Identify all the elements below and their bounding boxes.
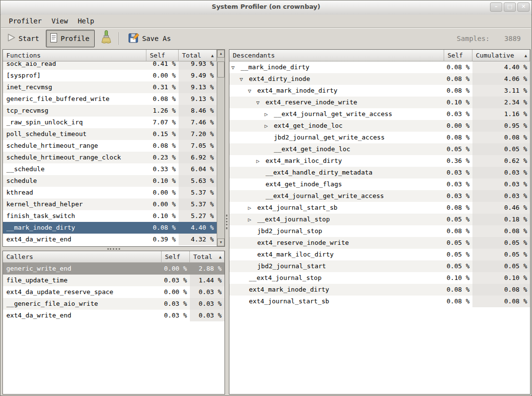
column-header-self[interactable]: Self [162, 251, 190, 263]
expander-icon[interactable]: ▽ [240, 74, 249, 85]
table-row[interactable]: file_update_time0.03 %1.44 % [3, 275, 225, 286]
menu-profiler[interactable]: Profiler [4, 16, 46, 26]
cell-cumulative: 3.11 % [472, 85, 530, 97]
tree-row[interactable]: ext4_mark_iloc_dirty0.05 %0.05 % [229, 249, 530, 260]
function-name: kthread [6, 189, 33, 196]
horizontal-splitter[interactable] [2, 247, 225, 251]
table-row[interactable]: __schedule0.33 %6.04 % [3, 163, 217, 175]
cell-self: 0.03 % [162, 275, 190, 286]
start-button[interactable]: Start [3, 31, 43, 46]
table-row[interactable]: kernel_thread_helper0.00 %5.37 % [3, 198, 217, 210]
cell-cumulative: 0.08 % [472, 225, 530, 237]
cell-cumulative: 0.08 % [472, 132, 530, 143]
maximize-button[interactable]: □ [504, 2, 516, 12]
expander-icon[interactable]: ▷ [265, 109, 274, 120]
column-header-descendants[interactable]: Descendants [229, 50, 444, 61]
cell-cumulative: 4.40 % [472, 61, 530, 73]
table-row[interactable]: poll_schedule_timeout0.15 %7.20 % [3, 128, 217, 140]
scroll-down-button[interactable]: ▼ [217, 238, 225, 246]
descendants-tree: ▽__mark_inode_dirty0.08 %4.40 %▽ext4_dir… [229, 61, 530, 394]
cell-self: 0.03 % [444, 190, 472, 202]
table-row[interactable]: [sysprof]0.00 %9.49 % [3, 70, 217, 81]
tree-row[interactable]: __ext4_handle_dirty_metadata0.03 %0.03 % [229, 167, 530, 178]
column-header-self[interactable]: Self [146, 50, 179, 61]
column-header-cumulative[interactable]: Cumulative ▲ [472, 50, 530, 61]
column-header-functions[interactable]: Functions [3, 50, 146, 61]
tree-row[interactable]: ▷ext4_journal_start_sb0.08 %0.46 % [229, 202, 530, 214]
functions-pane: Functions Self Total ▲ sock_aio_read0.41… [2, 49, 225, 247]
tree-row[interactable]: ▷__ext4_journal_stop0.05 %0.18 % [229, 214, 530, 225]
column-header-self[interactable]: Self [444, 50, 472, 61]
table-row[interactable]: schedule_hrtimeout_range_clock0.23 %6.92… [3, 152, 217, 163]
table-row[interactable]: _raw_spin_unlock_irq7.07 %7.46 % [3, 117, 217, 128]
tree-row[interactable]: jbd2_journal_get_write_access0.08 %0.08 … [229, 132, 530, 143]
tree-row[interactable]: ▽ext4_reserve_inode_write0.10 %2.34 % [229, 97, 530, 108]
tree-row[interactable]: ▷ext4_mark_iloc_dirty0.36 %0.62 % [229, 155, 530, 167]
column-header-callers[interactable]: Callers [3, 251, 162, 263]
table-row[interactable]: ext4_da_update_reserve_space0.00 %0.03 % [3, 286, 225, 298]
tree-row[interactable]: ▽ext4_dirty_inode0.08 %4.06 % [229, 73, 530, 85]
expander-icon[interactable]: ▽ [256, 97, 266, 108]
tree-row[interactable]: ext4_reserve_inode_write0.05 %0.05 % [229, 237, 530, 249]
table-row[interactable]: schedule0.10 %5.63 % [3, 175, 217, 187]
column-header-total[interactable]: Total ▲ [190, 251, 225, 263]
table-row[interactable]: generic_write_end0.00 %2.88 % [3, 263, 225, 275]
profile-toggle-button[interactable]: Profile [46, 30, 95, 47]
table-row[interactable]: __mark_inode_dirty0.08 %4.40 % [3, 222, 217, 234]
cell-cumulative: 0.46 % [472, 202, 530, 214]
table-row[interactable]: inet_recvmsg0.31 %9.13 % [3, 81, 217, 93]
expander-icon[interactable]: ▽ [248, 85, 257, 97]
function-name: __generic_file_aio_write [6, 300, 98, 307]
tree-row[interactable]: ext4_get_inode_flags0.03 %0.03 % [229, 178, 530, 190]
column-header-total[interactable]: Total ▲ [179, 50, 217, 61]
minimize-button[interactable]: – [490, 2, 502, 12]
tree-row[interactable]: ▷ext4_get_inode_loc0.00 %0.95 % [229, 120, 530, 132]
cell-total: 5.37 % [179, 198, 217, 210]
expander-icon[interactable]: ▷ [265, 120, 274, 132]
tree-row[interactable]: jbd2_journal_start0.05 %0.05 % [229, 260, 530, 272]
cell-total: 7.46 % [179, 117, 217, 128]
scrollbar-thumb[interactable] [217, 61, 225, 78]
column-header-label: Cumulative [476, 50, 514, 61]
expander-icon[interactable]: ▷ [248, 202, 257, 214]
table-row[interactable]: sock_aio_read0.41 %9.93 % [3, 61, 217, 70]
reset-button[interactable] [97, 31, 116, 46]
table-row[interactable]: kthread0.00 %5.37 % [3, 187, 217, 198]
tree-row[interactable]: jbd2_journal_stop0.08 %0.08 % [229, 225, 530, 237]
table-row[interactable]: generic_file_buffered_write0.08 %9.13 % [3, 93, 217, 105]
expander-icon[interactable]: ▷ [256, 156, 266, 167]
scroll-up-button[interactable]: ▲ [217, 50, 225, 58]
vertical-splitter[interactable] [225, 49, 229, 395]
table-row[interactable]: tcp_recvmsg1.26 %8.46 % [3, 105, 217, 117]
tree-row[interactable]: __ext4_get_inode_loc0.05 %0.05 % [229, 143, 530, 155]
cell-self: 0.00 % [146, 187, 179, 198]
tree-row[interactable]: ext4_mark_inode_dirty0.08 %0.08 % [229, 284, 530, 296]
table-row[interactable]: schedule_hrtimeout_range0.08 %7.05 % [3, 140, 217, 152]
cell-cumulative: 0.08 % [472, 284, 530, 296]
tree-row[interactable]: __ext4_journal_stop0.10 %0.10 % [229, 272, 530, 284]
menu-help[interactable]: Help [73, 16, 99, 26]
tree-row[interactable]: __ext4_journal_get_write_access0.03 %0.0… [229, 190, 530, 202]
expander-icon[interactable]: ▽ [231, 62, 241, 73]
table-row[interactable]: finish_task_switch0.10 %5.27 % [3, 210, 217, 222]
save-as-button[interactable]: Save As [124, 31, 175, 46]
cell-total: 0.03 % [190, 310, 225, 321]
table-row[interactable]: __generic_file_aio_write0.03 %0.03 % [3, 298, 225, 310]
function-name: jbd2_journal_get_write_access [274, 134, 385, 141]
tree-row[interactable]: ▽ext4_mark_inode_dirty0.08 %3.11 % [229, 85, 530, 97]
cell-total: 5.27 % [179, 210, 217, 222]
table-row[interactable]: ext4_da_write_end0.39 %4.32 % [3, 234, 217, 245]
cell-self: 0.08 % [444, 296, 472, 307]
close-button[interactable]: ✕ [517, 2, 530, 12]
menu-view[interactable]: View [46, 16, 73, 26]
table-row[interactable]: ext4_da_write_end0.03 %0.03 % [3, 310, 225, 321]
tree-row[interactable]: ext4_journal_start_sb0.08 %0.08 % [229, 296, 530, 307]
cell-cumulative: 0.05 % [472, 143, 530, 155]
cell-cumulative: 0.03 % [472, 178, 530, 190]
expander-icon[interactable]: ▷ [248, 214, 257, 225]
function-name: schedule_hrtimeout_range_clock [6, 154, 121, 161]
tree-row[interactable]: ▷__ext4_journal_get_write_access0.03 %1.… [229, 108, 530, 120]
tree-row[interactable]: ▽__mark_inode_dirty0.08 %4.40 % [229, 61, 530, 73]
function-name: __ext4_journal_stop [257, 216, 330, 223]
functions-scrollbar[interactable]: ▲ ▼ [217, 50, 225, 246]
